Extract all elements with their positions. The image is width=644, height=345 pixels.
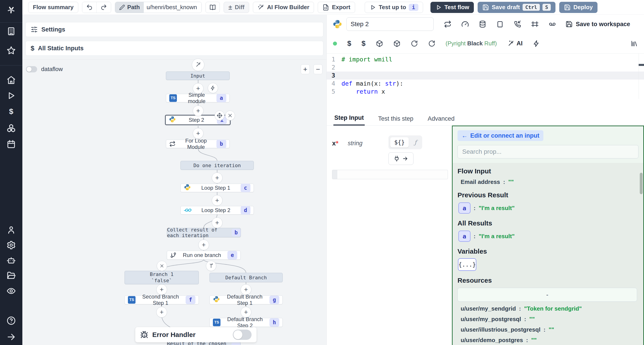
- back-edit-connect-button[interactable]: ← Edit or connect an input: [458, 130, 544, 141]
- resource-row[interactable]: u/user/demo_postgres:"": [458, 337, 638, 344]
- editor-minimap[interactable]: [639, 54, 644, 99]
- retry-repeat-icon[interactable]: [444, 20, 452, 28]
- remove-branch-button[interactable]: [157, 261, 167, 271]
- help-icon[interactable]: [6, 316, 16, 325]
- add-branch-button[interactable]: [206, 261, 216, 271]
- node-default-branch-step1[interactable]: Default Branch Step 1 g: [210, 295, 283, 304]
- node-simple-module[interactable]: TS Simple module a: [166, 94, 230, 102]
- path-label[interactable]: Path: [115, 2, 144, 13]
- library-icon[interactable]: [630, 40, 638, 47]
- home-icon[interactable]: [6, 75, 16, 85]
- ai-flow-builder-button[interactable]: AI Flow Builder: [253, 2, 314, 13]
- redo-button[interactable]: [96, 2, 111, 13]
- expr-mode-button[interactable]: ${}: [390, 137, 409, 147]
- code-editor[interactable]: 1# import wmill 2 3 4def main(x: str): 5…: [327, 54, 644, 112]
- insert-step-button[interactable]: +: [212, 195, 222, 206]
- node-branch1[interactable]: Branch 1 `false`: [124, 271, 199, 284]
- database-cache-icon[interactable]: [479, 20, 486, 28]
- suspend-phone-icon[interactable]: [514, 20, 521, 28]
- reload-icon[interactable]: [428, 40, 435, 47]
- delete-step-button[interactable]: [225, 111, 235, 120]
- node-do-one-iteration[interactable]: Do one iteration: [180, 161, 254, 170]
- assets-dollar-icon[interactable]: $: [347, 39, 351, 48]
- fn-mode-button[interactable]: ƒ: [410, 139, 420, 146]
- insert-step-button[interactable]: +: [156, 307, 167, 318]
- schedules-calendar-icon[interactable]: [6, 139, 16, 149]
- settings-gear-icon[interactable]: [6, 240, 16, 250]
- user-icon[interactable]: [6, 225, 16, 235]
- connect-input-button[interactable]: [388, 152, 414, 165]
- node-loop-step1[interactable]: Loop Step 1 c: [180, 184, 254, 192]
- gauge-icon[interactable]: [461, 20, 469, 28]
- node-default-branch-step2[interactable]: TS Default Branch Step 2 h: [210, 318, 283, 327]
- prop-row[interactable]: a : "I'm a result": [458, 231, 638, 242]
- insert-step-button[interactable]: +: [156, 284, 167, 295]
- concurrency-voicemail-icon[interactable]: [548, 20, 556, 28]
- variables-expand-badge[interactable]: {...}: [458, 258, 476, 271]
- node-for-loop[interactable]: For Loop Module b: [166, 140, 230, 148]
- variables-dollar-icon[interactable]: $: [6, 107, 16, 116]
- arg-value-input[interactable]: [332, 170, 448, 179]
- audit-eye-icon[interactable]: [6, 286, 16, 296]
- tab-step-input[interactable]: Step Input: [334, 114, 365, 126]
- save-draft-button[interactable]: Save draft Ctrl S: [478, 2, 556, 13]
- insert-step-button[interactable]: +: [212, 172, 222, 183]
- resource-row[interactable]: u/user/my_sendgrid:"Token for sendgrid": [458, 305, 638, 312]
- node-input[interactable]: Input: [166, 71, 230, 80]
- resource-row[interactable]: u/user/illustrious_postgresql:"": [458, 326, 638, 333]
- panel-scrollbar[interactable]: [640, 173, 643, 194]
- prop-row[interactable]: Email address : "": [458, 179, 638, 185]
- favorites-star-icon[interactable]: [6, 46, 16, 55]
- search-prop-input[interactable]: [458, 145, 638, 158]
- trigger-bolt-button[interactable]: [208, 83, 218, 93]
- insert-step-button[interactable]: +: [198, 240, 209, 250]
- mock-square-icon[interactable]: [496, 20, 504, 28]
- test-up-to-button[interactable]: Test up to i: [365, 2, 423, 13]
- docs-book-button[interactable]: [206, 2, 220, 13]
- node-run-one-branch[interactable]: Run one branch e: [167, 251, 240, 260]
- node-loop-step2[interactable]: -GO Loop Step 2 d: [180, 206, 254, 215]
- assets-dollar-icon[interactable]: $: [362, 39, 366, 48]
- test-flow-button[interactable]: Test flow: [430, 2, 474, 13]
- flow-summary-button[interactable]: Flow summary: [28, 2, 78, 13]
- insert-step-button[interactable]: +: [240, 307, 251, 318]
- insert-step-button[interactable]: +: [240, 284, 251, 295]
- result-key-badge[interactable]: a: [458, 231, 470, 242]
- path-input[interactable]: [144, 2, 202, 13]
- prop-row[interactable]: a : "I'm a result": [458, 202, 638, 214]
- node-collect-result[interactable]: Collect result of each iteration b: [167, 228, 241, 237]
- package-icon[interactable]: [393, 40, 400, 47]
- deploy-button[interactable]: Deploy: [559, 2, 598, 13]
- undo-button[interactable]: [82, 2, 96, 13]
- workers-robot-icon[interactable]: [6, 256, 16, 265]
- zap-icon[interactable]: [533, 40, 540, 47]
- reload-icon[interactable]: [411, 40, 418, 47]
- step-name-input[interactable]: [346, 17, 434, 31]
- result-key-badge[interactable]: a: [458, 202, 470, 214]
- early-stop-frame-icon[interactable]: [531, 20, 539, 28]
- diff-button[interactable]: ±Diff: [224, 2, 249, 13]
- save-to-workspace-button[interactable]: Save to workspace: [566, 20, 630, 28]
- package-icon[interactable]: [376, 40, 383, 47]
- folder-icon[interactable]: [6, 271, 16, 281]
- tab-advanced[interactable]: Advanced: [427, 115, 456, 125]
- insert-step-button[interactable]: +: [193, 105, 204, 116]
- resource-row[interactable]: u/user/my_postgresql:"": [458, 316, 638, 323]
- ai-assistant-button[interactable]: AI: [507, 40, 522, 47]
- node-result-branch[interactable]: Result of the chosen branch e: [167, 342, 240, 345]
- ai-wand-node-button[interactable]: [192, 58, 204, 71]
- collapse-arrow-icon[interactable]: [6, 332, 16, 342]
- node-default-branch[interactable]: Default Branch: [210, 273, 283, 282]
- resource-select[interactable]: -: [458, 288, 637, 302]
- error-handler-toggle[interactable]: [233, 330, 252, 340]
- workspace-building-icon[interactable]: [6, 26, 16, 36]
- insert-step-button[interactable]: +: [193, 128, 204, 139]
- windmill-logo-icon[interactable]: [6, 5, 16, 14]
- resources-boxes-icon[interactable]: [6, 123, 16, 133]
- move-step-button[interactable]: [215, 111, 224, 120]
- export-button[interactable]: Export: [318, 2, 355, 13]
- insert-step-button[interactable]: +: [212, 217, 222, 228]
- runs-play-icon[interactable]: [6, 91, 16, 100]
- insert-step-button[interactable]: +: [193, 83, 204, 94]
- node-second-branch-step1[interactable]: TS Second Branch Step 1 f: [124, 295, 199, 304]
